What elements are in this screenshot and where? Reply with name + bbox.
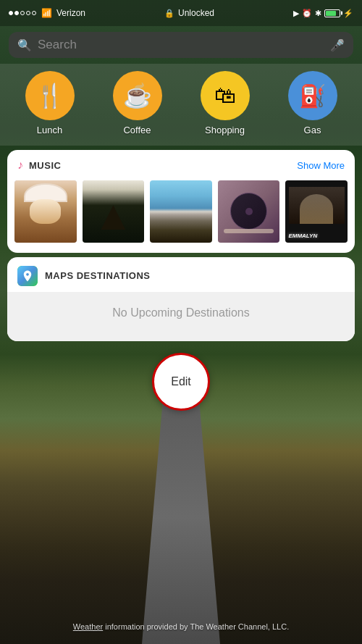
gas-icon-circle[interactable]: ⛽ (288, 71, 337, 120)
music-card: ♪ MUSIC Show More (7, 150, 355, 253)
search-icon: 🔍 (17, 38, 32, 52)
lock-icon: 🔒 (164, 9, 174, 18)
coffee-icon: ☕ (123, 82, 152, 109)
quick-actions-row: 🍴 Lunch ☕ Coffee 🛍 Shopping ⛽ Gas (0, 64, 362, 146)
carrier-label: Verizon (56, 8, 85, 18)
signal-dot (20, 11, 25, 15)
signal-dot (32, 11, 36, 15)
alarm-icon: ⏰ (302, 9, 312, 18)
album-art-4[interactable] (218, 180, 280, 243)
edit-button-label: Edit (171, 375, 191, 388)
album-row: EMMALYN (7, 177, 355, 253)
quick-action-lunch[interactable]: 🍴 Lunch (25, 71, 75, 135)
shopping-icon: 🛍 (214, 83, 236, 108)
bluetooth-icon: ✱ (315, 9, 321, 18)
signal-dot (9, 11, 13, 15)
wifi-icon: 📶 (41, 8, 52, 18)
charging-icon: ⚡ (343, 9, 353, 18)
battery-fill (326, 11, 336, 16)
lock-status: Unlocked (178, 8, 214, 18)
quick-action-gas[interactable]: ⛽ Gas (288, 71, 337, 135)
shopping-label: Shopping (205, 125, 245, 135)
search-bar[interactable]: 🔍 Search 🎤 (9, 32, 353, 58)
location-icon: ▶ (293, 9, 299, 18)
coffee-icon-circle[interactable]: ☕ (113, 71, 162, 120)
weather-suffix: information provided by The Weather Chan… (103, 622, 289, 631)
lunch-icon-circle[interactable]: 🍴 (25, 71, 75, 120)
quick-action-coffee[interactable]: ☕ Coffee (113, 71, 162, 135)
search-placeholder[interactable]: Search (38, 38, 324, 52)
maps-card-title: MAPS DESTINATIONS (45, 270, 151, 281)
no-destinations-text: No Upcoming Destinations (112, 306, 249, 319)
music-card-title: MUSIC (29, 160, 61, 171)
maps-card-header: MAPS DESTINATIONS (7, 257, 355, 292)
music-header-left: ♪ MUSIC (17, 159, 61, 172)
mic-icon[interactable]: 🎤 (330, 38, 345, 52)
weather-link[interactable]: Weather (73, 622, 103, 631)
maps-card-body: No Upcoming Destinations (7, 292, 355, 341)
signal-icon (9, 11, 36, 15)
edit-button-wrap: Edit (0, 353, 362, 411)
show-more-button[interactable]: Show More (297, 160, 345, 171)
edit-button[interactable]: Edit (152, 353, 210, 411)
gas-label: Gas (304, 125, 321, 135)
weather-footer: Weather information provided by The Weat… (0, 619, 362, 632)
album-art-5[interactable]: EMMALYN (285, 180, 348, 243)
lunch-icon: 🍴 (35, 82, 64, 109)
maps-app-icon (17, 266, 38, 286)
album-art-1[interactable] (14, 180, 77, 243)
maps-pin-icon (21, 269, 34, 283)
status-right: ▶ ⏰ ✱ ⚡ (293, 9, 353, 18)
album-art-2[interactable] (83, 180, 145, 243)
music-note-icon: ♪ (17, 159, 23, 172)
maps-card: MAPS DESTINATIONS No Upcoming Destinatio… (7, 257, 355, 341)
album5-text: EMMALYN (288, 233, 317, 240)
music-card-header: ♪ MUSIC Show More (7, 150, 355, 177)
gas-icon: ⛽ (299, 83, 326, 109)
signal-dot (26, 11, 30, 15)
weather-attribution: Weather information provided by The Weat… (73, 622, 289, 631)
maps-icon-inner (17, 266, 38, 286)
shopping-icon-circle[interactable]: 🛍 (201, 71, 250, 120)
quick-action-shopping[interactable]: 🛍 Shopping (201, 71, 250, 135)
coffee-label: Coffee (123, 125, 151, 135)
signal-dot (14, 11, 19, 15)
lunch-label: Lunch (37, 125, 62, 135)
battery-icon (324, 9, 340, 17)
status-bar: 📶 Verizon 🔒 Unlocked ▶ ⏰ ✱ ⚡ (0, 0, 362, 26)
status-left: 📶 Verizon (9, 8, 85, 18)
album-art-3[interactable] (150, 180, 212, 243)
status-center: 🔒 Unlocked (164, 8, 214, 18)
